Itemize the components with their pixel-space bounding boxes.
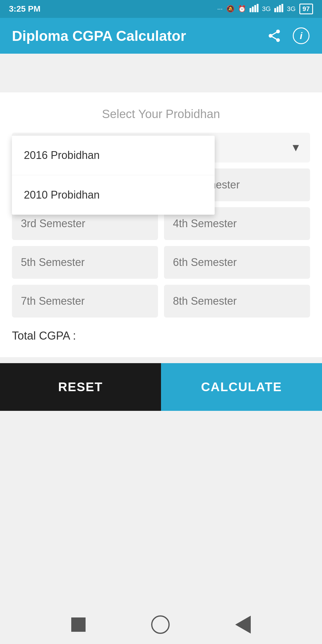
svg-rect-3 <box>257 4 258 12</box>
svg-rect-4 <box>274 8 276 12</box>
nav-home-icon[interactable] <box>71 617 86 632</box>
semester-5-input[interactable] <box>12 246 158 279</box>
svg-rect-1 <box>252 7 254 12</box>
ad-space <box>0 54 322 92</box>
total-cgpa-label: Total CGPA : <box>12 318 310 345</box>
info-button[interactable]: i <box>292 27 310 45</box>
app-bar: Diploma CGPA Calculator i <box>0 18 322 54</box>
network-3g-label: 3G <box>262 5 271 13</box>
semester-8-input[interactable] <box>164 285 310 318</box>
nav-back-icon[interactable] <box>151 615 170 634</box>
signal-dots-icon: ··· <box>217 5 222 13</box>
share-button[interactable] <box>265 27 283 45</box>
semester-6-input[interactable] <box>164 246 310 279</box>
app-title: Diploma CGPA Calculator <box>12 28 186 44</box>
dropdown-option-2016[interactable]: 2016 Probidhan <box>12 136 215 175</box>
semester-8-container <box>164 285 310 318</box>
semester-7-input[interactable] <box>12 285 158 318</box>
status-icons: ··· 🔕 ⏰ 3G 3G 97 <box>217 4 313 14</box>
battery-icon: 97 <box>299 4 313 14</box>
main-card: Select Your Probidhan ▼ 2016 Probidhan 2… <box>0 92 322 357</box>
mute-icon: 🔕 <box>226 5 234 13</box>
section-title: Select Your Probidhan <box>12 107 310 121</box>
calculate-button[interactable]: CALCULATE <box>161 363 322 411</box>
semester-5-container <box>12 246 158 279</box>
app-bar-actions: i <box>265 27 310 45</box>
semester-6-container <box>164 246 310 279</box>
nav-recent-icon[interactable] <box>235 616 251 634</box>
svg-rect-0 <box>250 8 251 12</box>
network-3g-label-2: 3G <box>287 5 295 13</box>
alarm-icon: ⏰ <box>238 5 246 13</box>
svg-rect-5 <box>277 7 278 12</box>
status-bar: 3:25 PM ··· 🔕 ⏰ 3G 3G 97 <box>0 0 322 18</box>
signal-icon <box>250 4 258 14</box>
status-time: 3:25 PM <box>9 4 41 14</box>
info-icon: i <box>293 27 309 44</box>
svg-rect-7 <box>281 4 283 12</box>
nav-bar <box>0 605 322 644</box>
svg-rect-6 <box>279 5 281 12</box>
dropdown-option-2010[interactable]: 2010 Probidhan <box>12 175 215 215</box>
action-buttons: RESET CALCULATE <box>0 363 322 411</box>
probidhan-dropdown-container: ▼ 2016 Probidhan 2010 Probidhan <box>12 133 310 162</box>
dropdown-menu: 2016 Probidhan 2010 Probidhan <box>12 136 215 215</box>
signal-icon-2 <box>274 4 283 14</box>
bottom-space <box>0 411 322 503</box>
semester-7-container <box>12 285 158 318</box>
dropdown-arrow-icon: ▼ <box>290 141 301 154</box>
svg-rect-2 <box>254 5 256 12</box>
reset-button[interactable]: RESET <box>0 363 161 411</box>
